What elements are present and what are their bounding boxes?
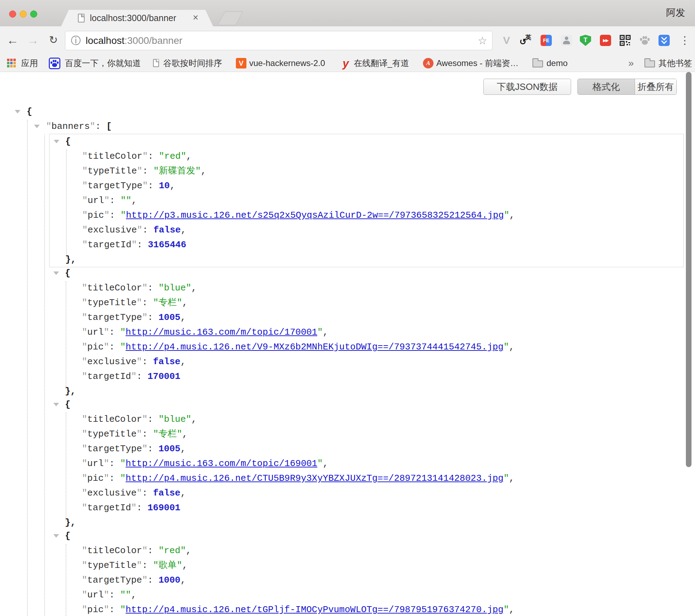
object-open-line: {	[49, 134, 683, 149]
baidu-paw-icon	[49, 58, 60, 69]
json-property-line: "titleColor": "blue",	[49, 281, 684, 295]
view-mode-group: 格式化 折叠所有	[577, 79, 677, 95]
collapse-caret-icon[interactable]	[54, 140, 59, 143]
collapse-caret-icon[interactable]	[53, 403, 59, 406]
banner-object: {"titleColor": "red","typeTitle": "新碟首发"…	[49, 134, 684, 267]
profile-name[interactable]: 阿发	[666, 6, 685, 19]
info-icon[interactable]: ⓘ	[71, 31, 81, 50]
json-property-line: "exclusive": false,	[49, 486, 684, 500]
chevrons-icon[interactable]	[658, 35, 670, 46]
translate-zh-glyph: 英	[525, 33, 531, 41]
page-favicon-icon	[78, 14, 85, 22]
json-link[interactable]: http://music.163.com/m/topic/169001	[126, 458, 317, 469]
collapse-caret-icon[interactable]	[53, 271, 59, 275]
object-close-line: },	[49, 252, 683, 267]
new-tab-button[interactable]	[217, 11, 243, 25]
json-link[interactable]: http://p4.music.126.net/CTU5B9R9y3XyYBZX…	[126, 473, 504, 484]
tab-title: localhost:3000/banner	[90, 10, 176, 26]
json-property-line: "targetType": 1005,	[49, 310, 684, 325]
browser-window: localhost:3000/banner × 阿发 ← → ↻ ⓘ local…	[0, 0, 695, 616]
json-property-line: "pic": "http://p4.music.126.net/CTU5B9R9…	[49, 471, 684, 486]
title-bar: localhost:3000/banner × 阿发	[0, 0, 695, 26]
indent-guide	[27, 120, 28, 616]
collapse-caret-icon[interactable]	[53, 534, 59, 538]
json-property-line: "targetType": 1000,	[49, 573, 684, 588]
json-property-line: "typeTitle": "专栏",	[49, 427, 684, 441]
indent-guide	[44, 135, 45, 616]
address-bar[interactable]: ⓘ localhost:3000/banner ☆	[65, 31, 492, 50]
json-banners-key: "banners": [	[0, 119, 695, 134]
fehelper-icon[interactable]: FE	[541, 35, 552, 46]
close-window-button[interactable]	[9, 11, 16, 18]
object-close-line: },	[49, 384, 684, 399]
json-property-line: "targetId": 3165446	[49, 237, 683, 252]
forward-button[interactable]: →	[25, 26, 41, 54]
back-button[interactable]: ←	[5, 26, 20, 54]
json-property-line: "typeTitle": "新碟首发",	[49, 164, 683, 178]
paw-icon[interactable]	[639, 35, 650, 46]
page-icon	[153, 59, 159, 67]
json-link[interactable]: http://music.163.com/m/topic/170001	[126, 327, 317, 338]
apps-grid-icon	[7, 59, 16, 68]
json-property-line: "pic": "http://p3.music.126.net/s25q2x5Q…	[49, 208, 683, 223]
json-link[interactable]: http://p3.music.126.net/s25q2x5QyqsAzilC…	[126, 210, 504, 221]
person-icon[interactable]	[561, 35, 572, 46]
json-property-line: "exclusive": false,	[49, 354, 684, 369]
banner-object: {"titleColor": "blue","typeTitle": "专栏",…	[49, 397, 684, 530]
reload-button[interactable]: ↻	[46, 26, 61, 54]
json-property-line: "url": "",	[49, 588, 684, 602]
minimize-window-button[interactable]	[20, 11, 27, 18]
collapse-caret-icon[interactable]	[15, 110, 20, 113]
tab-close-icon[interactable]: ×	[193, 10, 198, 26]
folder-icon	[644, 60, 655, 67]
json-property-line: "titleColor": "red",	[49, 149, 683, 164]
json-property-line: "url": "http://music.163.com/m/topic/170…	[49, 325, 684, 340]
youdao-y-icon: y	[343, 54, 349, 72]
json-property-line: "titleColor": "blue",	[49, 412, 684, 427]
collapse-caret-icon[interactable]	[34, 125, 40, 128]
json-tree: {"banners": [{"titleColor": "red","typeT…	[0, 104, 695, 616]
zoom-window-button[interactable]	[30, 11, 37, 18]
json-property-line: "targetId": 169001	[49, 500, 684, 515]
bookmark-star-icon[interactable]: ☆	[478, 31, 487, 50]
vue-v-icon: V	[236, 58, 246, 68]
json-property-line: "pic": "http://p4.music.126.net/tGPljf-I…	[49, 602, 684, 616]
object-open-line: {	[49, 529, 684, 543]
json-property-line: "targetType": 1005,	[49, 441, 684, 456]
vue-devtools-icon[interactable]: V	[501, 35, 512, 46]
json-property-line: "url": "http://music.163.com/m/topic/169…	[49, 456, 684, 471]
json-link[interactable]: http://p4.music.126.net/tGPljf-IMOCyPvum…	[126, 604, 504, 615]
json-property-line: "exclusive": false,	[49, 223, 683, 237]
json-property-line: "pic": "http://p4.music.126.net/V9-MXz6b…	[49, 340, 684, 354]
download-json-button[interactable]: 下载JSON数据	[483, 79, 571, 95]
json-property-line: "url": "",	[49, 193, 683, 208]
banner-object: {"titleColor": "blue","typeTitle": "专栏",…	[49, 266, 684, 399]
browser-tab[interactable]: localhost:3000/banner ×	[61, 10, 213, 26]
awesomes-a-icon: A	[423, 58, 433, 68]
chrome-menu-icon[interactable]: ⋮	[680, 33, 690, 48]
banner-object: {"titleColor": "red","typeTitle": "歌单","…	[49, 529, 684, 616]
object-open-line: {	[49, 397, 684, 412]
qr-code-icon[interactable]	[620, 35, 631, 46]
json-property-line: "targetType": 10,	[49, 178, 683, 193]
collapse-all-button[interactable]: 折叠所有	[635, 79, 676, 94]
json-property-line: "titleColor": "red",	[49, 543, 684, 558]
toolbar: ← → ↻ ⓘ localhost:3000/banner ☆ V ↺ 英 FE…	[0, 26, 695, 54]
json-property-line: "targetId": 170001	[49, 369, 684, 384]
folder-icon	[532, 60, 543, 67]
bookmarks-overflow-chevron[interactable]: »	[628, 54, 634, 72]
url-text: localhost:3000/banner	[86, 31, 183, 50]
page-content: 下载JSON数据 格式化 折叠所有 {"banners": [{"titleCo…	[0, 72, 695, 616]
object-open-line: {	[49, 266, 684, 281]
json-link[interactable]: http://p4.music.126.net/V9-MXz6b2MNhEKju…	[126, 342, 504, 352]
json-property-line: "typeTitle": "专栏",	[49, 295, 684, 310]
format-button[interactable]: 格式化	[578, 79, 635, 94]
scrollbar-thumb[interactable]	[686, 72, 691, 467]
json-root-open: {	[0, 104, 695, 119]
object-close-line: },	[49, 515, 684, 530]
bookmarks-bar: 应用 百度一下，你就知道 谷歌按时间排序 V vue-hackernews-2.…	[0, 54, 695, 72]
translate-icon[interactable]: ↺ 英	[520, 35, 531, 46]
shield-icon[interactable]: T	[580, 35, 591, 46]
json-property-line: "typeTitle": "歌单",	[49, 558, 684, 573]
fast-forward-icon[interactable]: ▶▶	[600, 35, 611, 46]
